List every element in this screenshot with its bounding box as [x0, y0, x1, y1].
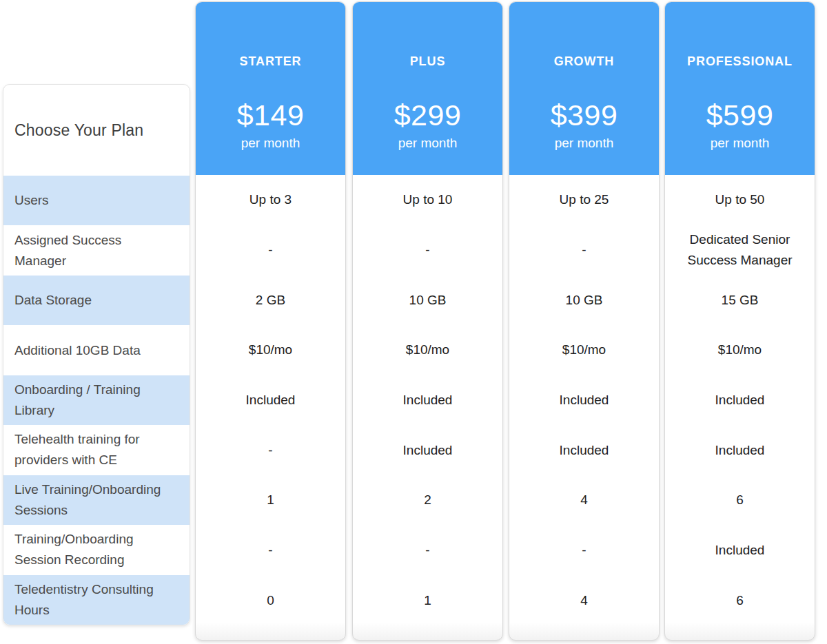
- plan-value: Included: [715, 540, 765, 561]
- plan-value: -: [425, 540, 429, 561]
- feature-row: Telehealth training for providers with C…: [3, 425, 190, 475]
- plan-value-row: 6: [665, 475, 815, 526]
- feature-row: Training/Onboarding Session Recording: [3, 525, 190, 574]
- plan-value-row: -: [353, 225, 502, 276]
- feature-row: Assigned Success Manager: [3, 225, 190, 275]
- plan-value-row: 4: [509, 475, 659, 526]
- plan-value: 15 GB: [722, 290, 759, 311]
- plan-value: 2 GB: [256, 290, 285, 311]
- plan-value: 4: [580, 590, 588, 611]
- plan-value-row: Up to 10: [353, 175, 502, 225]
- feature-row: Onboarding / Training Library: [3, 375, 190, 425]
- feature-label: Additional 10GB Data: [14, 340, 141, 361]
- plan-value: Up to 25: [560, 189, 609, 210]
- plan-name: PROFESSIONAL: [664, 52, 815, 70]
- plan-value: -: [425, 240, 429, 260]
- feature-label: Data Storage: [14, 290, 92, 311]
- feature-rows: UsersAssigned Success ManagerData Storag…: [3, 176, 190, 625]
- plan-value: $10/mo: [406, 340, 449, 360]
- plan-value: 1: [424, 590, 431, 611]
- plan-value-row: 10 GB: [509, 275, 659, 325]
- plan-billing-period: per month: [664, 135, 815, 152]
- plan-value-row: -: [509, 526, 659, 576]
- plan-value-row: -: [509, 225, 659, 276]
- plan-value: 10 GB: [566, 290, 603, 311]
- plan-value-row: $10/mo: [665, 325, 815, 375]
- plan-value: 10 GB: [409, 290, 447, 311]
- plan-values: Up to 3-2 GB$10/moIncluded-1-0: [196, 175, 345, 625]
- feature-row: Teledentistry Consulting Hours: [3, 575, 190, 625]
- feature-label: Training/Onboarding Session Recording: [14, 529, 176, 570]
- feature-row: Data Storage: [3, 276, 190, 325]
- plan-name: STARTER: [195, 52, 346, 70]
- plan-value-row: 0: [196, 575, 345, 625]
- plan-value-row: Included: [509, 375, 659, 426]
- plan-value: Up to 10: [403, 189, 453, 210]
- plan-value: 2: [424, 490, 431, 510]
- plan-header: STARTER$149per month: [195, 1, 346, 175]
- plan-name: PLUS: [352, 52, 503, 70]
- plan-value-row: Up to 50: [665, 175, 815, 225]
- plan-values: Up to 10-10 GB$10/moIncludedIncluded2-1: [353, 175, 502, 625]
- plan-value: Included: [560, 390, 609, 411]
- plan-value: Included: [715, 390, 765, 411]
- plan-value: Included: [715, 440, 765, 461]
- plan-value: Up to 3: [249, 189, 292, 210]
- plan-value-row: Included: [353, 375, 502, 426]
- plan-value: 6: [736, 590, 744, 611]
- plan-value: $10/mo: [718, 340, 762, 360]
- plan-value-row: Included: [665, 375, 815, 426]
- plan-value: Up to 50: [715, 189, 765, 210]
- plan-value: Included: [403, 390, 453, 411]
- plan-price: $299: [352, 96, 503, 134]
- plan-value-row: 15 GB: [665, 275, 815, 325]
- plan-value-row: Included: [665, 425, 815, 475]
- feature-label: Assigned Success Manager: [14, 230, 176, 271]
- feature-label: Teledentistry Consulting Hours: [14, 579, 176, 621]
- plan-value: -: [582, 240, 586, 260]
- plan-price: $399: [509, 96, 660, 134]
- plan-value-row: $10/mo: [353, 325, 502, 375]
- page-title: Choose Your Plan: [3, 85, 190, 176]
- plan-card-plus: PLUS$299per monthUp to 10-10 GB$10/moInc…: [352, 1, 503, 641]
- feature-label: Telehealth training for providers with C…: [14, 429, 176, 470]
- plan-value-row: 6: [665, 575, 815, 625]
- plan-billing-period: per month: [352, 135, 503, 152]
- plan-value-row: 1: [196, 475, 345, 526]
- plan-value: Included: [403, 440, 453, 461]
- plan-value: -: [268, 540, 272, 561]
- plan-value: $10/mo: [249, 340, 292, 360]
- plan-value: -: [268, 240, 272, 260]
- plan-value-row: Dedicated Senior Success Manager: [665, 225, 815, 276]
- plan-value: Included: [246, 390, 296, 411]
- plan-header: GROWTH$399per month: [509, 1, 660, 175]
- plan-value: Included: [560, 440, 609, 461]
- plan-value-row: $10/mo: [196, 325, 345, 375]
- plan-values: Up to 50Dedicated Senior Success Manager…: [665, 175, 815, 625]
- plan-card-starter: STARTER$149per monthUp to 3-2 GB$10/moIn…: [195, 1, 346, 641]
- feature-label: Onboarding / Training Library: [14, 380, 176, 421]
- pricing-table: Choose Your Plan UsersAssigned Success M…: [0, 0, 827, 644]
- plan-value-row: 4: [509, 575, 659, 625]
- plan-value-row: Up to 25: [509, 175, 659, 225]
- plan-value-row: -: [196, 225, 345, 276]
- plan-card-growth: GROWTH$399per monthUp to 25-10 GB$10/moI…: [509, 1, 660, 641]
- plan-value-row: Included: [353, 425, 502, 475]
- feature-row: Live Training/Onboarding Sessions: [3, 475, 190, 525]
- plan-card-professional: PROFESSIONAL$599per monthUp to 50Dedicat…: [664, 1, 815, 641]
- plan-value-row: -: [196, 526, 345, 576]
- plan-value-row: 2: [353, 475, 502, 526]
- plan-value-row: $10/mo: [509, 325, 659, 375]
- plan-value: Dedicated Senior Success Manager: [680, 229, 799, 271]
- plan-value: 6: [736, 490, 744, 510]
- feature-row: Users: [3, 176, 190, 225]
- plan-value-row: Up to 3: [196, 175, 345, 225]
- plan-value-row: 10 GB: [353, 275, 502, 325]
- plan-feature-sidebar: Choose Your Plan UsersAssigned Success M…: [3, 84, 190, 625]
- feature-label: Live Training/Onboarding Sessions: [14, 479, 176, 521]
- plan-value: -: [582, 540, 586, 561]
- plan-value-row: -: [196, 425, 345, 475]
- feature-row: Additional 10GB Data: [3, 325, 190, 375]
- plan-value: 1: [267, 490, 274, 510]
- plan-value: $10/mo: [562, 340, 606, 360]
